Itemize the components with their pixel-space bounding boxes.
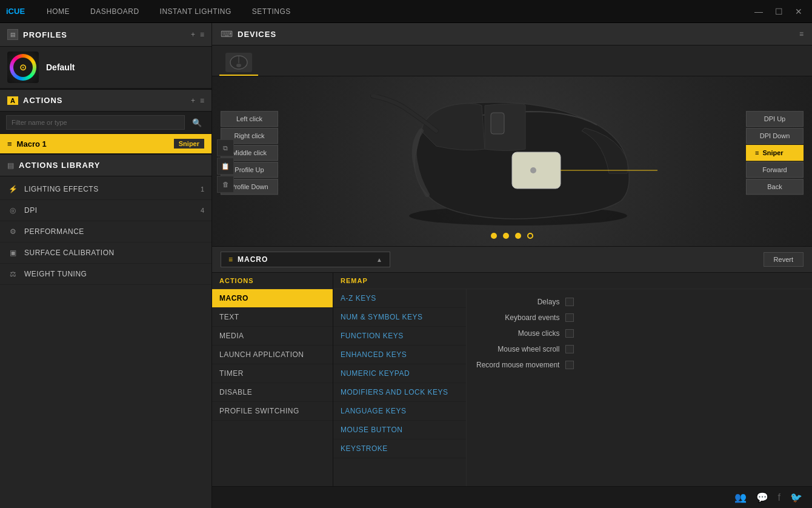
mouse-movement-checkbox[interactable] xyxy=(565,361,574,369)
nav-instant-lighting[interactable]: INSTANT LIGHTING xyxy=(150,2,241,21)
lighting-icon: ⚡ xyxy=(7,184,18,195)
devices-header: ⌨ DEVICES ≡ xyxy=(212,23,812,45)
search-button[interactable]: 🔍 xyxy=(188,116,205,129)
mouse-visual xyxy=(342,95,682,228)
dot-1[interactable] xyxy=(491,233,497,239)
dot-3[interactable] xyxy=(515,233,521,239)
add-profile-button[interactable]: + xyxy=(191,30,195,39)
action-item-profile-switching[interactable]: PROFILE SWITCHING xyxy=(212,402,333,421)
close-button[interactable]: ✕ xyxy=(791,5,806,18)
add-action-button[interactable]: + xyxy=(191,96,195,105)
remap-az[interactable]: A-Z KEYS xyxy=(333,289,466,308)
btn-dpi-down[interactable]: DPI Down xyxy=(746,128,804,144)
action-item-disable[interactable]: DISABLE xyxy=(212,383,333,402)
library-item-lighting[interactable]: ⚡ LIGHTING EFFECTS 1 xyxy=(0,179,211,200)
actions-title: ACTIONS xyxy=(23,96,63,105)
surface-icon: ▣ xyxy=(7,247,18,258)
action-item-media[interactable]: MEDIA xyxy=(212,327,333,346)
remap-language[interactable]: LANGUAGE KEYS xyxy=(333,402,466,421)
main-layout: ▤ PROFILES + ≡ ⊙ Default A ACTION xyxy=(0,23,812,508)
remap-modifiers[interactable]: MODIFIERS AND LOCK KEYS xyxy=(333,383,466,402)
btn-sniper[interactable]: ≡ Sniper xyxy=(746,145,804,161)
search-input[interactable] xyxy=(6,115,185,130)
copy-button[interactable]: ⧉ xyxy=(217,139,234,156)
device-tabs xyxy=(212,45,812,76)
macro-name: Macro 1 xyxy=(17,139,47,149)
macro-entry[interactable]: ≡ Macro 1 Sniper xyxy=(0,134,211,153)
delays-checkbox[interactable] xyxy=(565,298,574,306)
profiles-header: ▤ PROFILES + ≡ xyxy=(0,23,211,47)
macro-selector-text: MACRO xyxy=(238,255,371,264)
checkbox-row-mouse-clicks: Mouse clicks xyxy=(476,329,574,338)
chevron-up-icon: ▲ xyxy=(376,256,382,263)
library-icon: ▤ xyxy=(7,161,14,170)
library-items: ⚡ LIGHTING EFFECTS 1 ◎ DPI 4 ⚙ PERFORMAN xyxy=(0,176,211,287)
action-item-text[interactable]: TEXT xyxy=(212,308,333,327)
status-icon-2[interactable]: 💬 xyxy=(756,492,768,503)
status-bar: 👥 💬 f 🐦 xyxy=(212,486,812,508)
status-icon-3[interactable]: f xyxy=(778,492,780,503)
mouse-clicks-checkbox[interactable] xyxy=(565,329,574,338)
actions-column: ACTIONS MACRO TEXT MEDIA LAUNCH APPLICAT… xyxy=(212,273,333,486)
mouse-labels-right: DPI Up DPI Down ≡ Sniper Forward Back xyxy=(746,111,804,195)
actions-header: A ACTIONS + ≡ xyxy=(0,89,211,112)
library-label-dpi: DPI xyxy=(24,206,38,215)
action-item-macro[interactable]: MACRO xyxy=(212,289,333,308)
nav-settings[interactable]: SETTINGS xyxy=(242,2,301,21)
window-controls: — ☐ ✕ xyxy=(751,5,806,18)
dot-4[interactable] xyxy=(527,233,533,239)
dot-2[interactable] xyxy=(503,233,509,239)
remap-function[interactable]: FUNCTION KEYS xyxy=(333,327,466,346)
action-item-timer[interactable]: TIMER xyxy=(212,364,333,383)
actions-col-header: ACTIONS xyxy=(212,273,333,289)
actions-menu-button[interactable]: ≡ xyxy=(200,96,204,105)
macro-tag: Sniper xyxy=(174,139,204,149)
remap-num-symbol[interactable]: NUM & SYMBOL KEYS xyxy=(333,308,466,327)
action-item-launch[interactable]: LAUNCH APPLICATION xyxy=(212,346,333,364)
action-remap: ACTIONS MACRO TEXT MEDIA LAUNCH APPLICAT… xyxy=(212,273,812,486)
delete-button[interactable]: 🗑 xyxy=(217,176,234,193)
performance-icon: ⚙ xyxy=(7,226,18,237)
remap-keystroke[interactable]: KEYSTROKE xyxy=(333,439,466,458)
profile-name: Default xyxy=(46,62,75,72)
library-label-surface: SURFACE CALIBRATION xyxy=(24,249,115,257)
library-item-weight[interactable]: ⚖ WEIGHT TUNING xyxy=(0,264,211,285)
svg-point-2 xyxy=(236,64,241,67)
nav-dashboard[interactable]: DASHBOARD xyxy=(81,2,149,21)
mouse-movement-label: Record mouse movement xyxy=(476,361,559,369)
library-item-performance[interactable]: ⚙ PERFORMANCE xyxy=(0,221,211,242)
devices-menu-icon[interactable]: ≡ xyxy=(799,30,804,38)
btn-dpi-up[interactable]: DPI Up xyxy=(746,111,804,127)
titlebar: iCUE HOME DASHBOARD INSTANT LIGHTING SET… xyxy=(0,0,812,23)
keyboard-events-checkbox[interactable] xyxy=(565,313,574,322)
btn-back[interactable]: Back xyxy=(746,179,804,195)
macro-icon: ≡ xyxy=(7,139,12,149)
btn-forward[interactable]: Forward xyxy=(746,162,804,178)
remap-mouse-button[interactable]: MOUSE BUTTON xyxy=(333,421,466,439)
library-header: ▤ ACTIONS LIBRARY xyxy=(0,153,211,176)
mouse-wheel-checkbox[interactable] xyxy=(565,345,574,353)
library-label-lighting: LIGHTING EFFECTS xyxy=(24,185,99,193)
library-label-weight: WEIGHT TUNING xyxy=(24,270,87,278)
remap-enhanced[interactable]: ENHANCED KEYS xyxy=(333,346,466,364)
btn-left-click[interactable]: Left click xyxy=(221,111,278,127)
revert-button[interactable]: Revert xyxy=(764,252,804,267)
paste-button[interactable]: 📋 xyxy=(217,158,234,175)
status-icon-1[interactable]: 👥 xyxy=(734,492,747,503)
nav-home[interactable]: HOME xyxy=(37,2,79,21)
maximize-button[interactable]: ☐ xyxy=(771,5,787,18)
keyboard-events-label: Keyboard events xyxy=(505,313,559,322)
library-item-dpi[interactable]: ◎ DPI 4 xyxy=(0,200,211,221)
app-name: iCUE xyxy=(6,7,25,16)
profile-entry: ⊙ Default xyxy=(0,47,211,89)
checkbox-row-mouse-wheel: Mouse wheel scroll xyxy=(476,345,574,353)
profile-menu-button[interactable]: ≡ xyxy=(200,30,204,39)
inline-tools: ⧉ 📋 🗑 xyxy=(217,139,234,193)
library-item-surface[interactable]: ▣ SURFACE CALIBRATION xyxy=(0,242,211,264)
macro-selector[interactable]: ≡ MACRO ▲ xyxy=(221,252,390,267)
status-icon-4[interactable]: 🐦 xyxy=(790,492,802,503)
minimize-button[interactable]: — xyxy=(751,5,767,18)
remap-numpad[interactable]: NUMERIC KEYPAD xyxy=(333,364,466,383)
weight-icon: ⚖ xyxy=(7,269,18,279)
device-tab-mouse[interactable] xyxy=(219,49,258,76)
